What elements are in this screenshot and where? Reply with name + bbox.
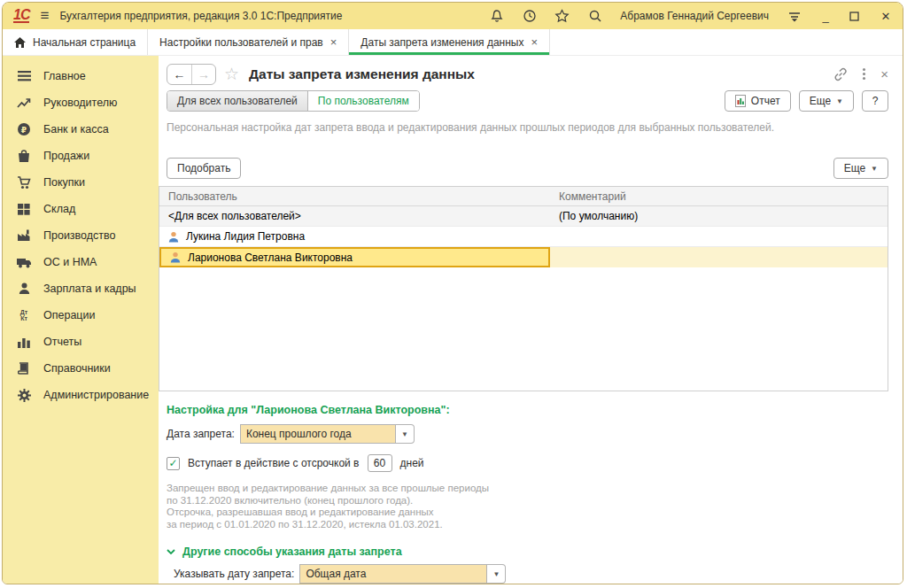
sidebar-item-payroll-hr[interactable]: Зарплата и кадры bbox=[3, 275, 159, 302]
debit-credit-icon: ДтКт bbox=[16, 308, 32, 322]
column-header-comment[interactable]: Комментарий bbox=[550, 187, 888, 205]
close-window-button[interactable]: ✕ bbox=[880, 10, 892, 23]
book-icon bbox=[16, 361, 32, 375]
sidebar-item-reports[interactable]: Отчеты bbox=[3, 329, 159, 355]
table-row-all-users[interactable]: <Для всех пользователей> (По умолчанию) bbox=[159, 206, 888, 227]
other-methods-label: Другие способы указания даты запрета bbox=[182, 545, 402, 558]
table-header-row: Пользователь Комментарий bbox=[159, 187, 888, 206]
sidebar-item-bank-cash[interactable]: ₽ Банк и касса bbox=[3, 116, 159, 143]
date-restriction-combobox[interactable]: Конец прошлого года ▼ bbox=[240, 424, 415, 444]
sidebar-item-label: Зарплата и кадры bbox=[43, 282, 136, 295]
sidebar-item-label: Банк и касса bbox=[43, 123, 109, 135]
svg-text:₽: ₽ bbox=[21, 126, 27, 135]
user-avatar-icon bbox=[170, 251, 181, 263]
other-methods-section-toggle[interactable]: Другие способы указания даты запрета bbox=[167, 545, 888, 558]
sidebar-item-administration[interactable]: Администрирование bbox=[3, 382, 159, 408]
tab-label: Начальная страница bbox=[33, 36, 136, 49]
sidebar-item-label: ОС и НМА bbox=[43, 256, 97, 268]
table-row-larionova-selected[interactable]: Ларионова Светлана Викторовна bbox=[159, 247, 888, 267]
sidebar-item-warehouse[interactable]: Склад bbox=[3, 196, 159, 222]
sidebar-item-sales[interactable]: Продажи bbox=[3, 143, 159, 169]
sidebar-item-manager[interactable]: Руководителю bbox=[3, 89, 159, 116]
trend-chart-icon bbox=[16, 96, 32, 110]
specify-date-combobox[interactable]: Общая дата ▼ bbox=[299, 564, 506, 584]
search-icon[interactable] bbox=[587, 9, 602, 24]
dropdown-button[interactable]: ▼ bbox=[487, 564, 506, 584]
delay-days-input[interactable] bbox=[368, 454, 392, 472]
date-restriction-value[interactable]: Конец прошлого года bbox=[240, 424, 396, 444]
report-button[interactable]: Отчет bbox=[725, 90, 791, 112]
notifications-bell-icon[interactable] bbox=[489, 9, 504, 24]
favorites-star-icon[interactable] bbox=[554, 9, 570, 24]
sidebar-item-label: Администрирование bbox=[43, 389, 149, 401]
table-more-label: Еще bbox=[844, 162, 865, 174]
settings-heading: Настройка для "Ларионова Светлана Виктор… bbox=[167, 404, 888, 416]
add-to-favorites-star-icon[interactable]: ☆ bbox=[224, 66, 239, 82]
sidebar-item-label: Главное bbox=[43, 70, 86, 82]
app-title: Бухгалтерия предприятия, редакция 3.0 1С… bbox=[59, 10, 342, 22]
date-restriction-label: Дата запрета: bbox=[167, 428, 235, 440]
table-row-lukina[interactable]: Лукина Лидия Петровна bbox=[159, 227, 888, 247]
sidebar-item-label: Справочники bbox=[43, 362, 111, 375]
history-icon[interactable] bbox=[522, 9, 537, 24]
report-button-label: Отчет bbox=[751, 95, 780, 107]
user-avatar-icon bbox=[168, 231, 179, 243]
tab-restriction-dates[interactable]: Даты запрета изменения данных × bbox=[349, 29, 550, 55]
main-content: ← → ☆ Даты запрета изменения данных × bbox=[159, 56, 903, 584]
close-tab-icon[interactable]: × bbox=[531, 35, 538, 49]
forward-button[interactable]: → bbox=[191, 65, 215, 84]
specify-date-value[interactable]: Общая дата bbox=[299, 564, 487, 584]
sidebar-item-main[interactable]: Главное bbox=[3, 63, 159, 89]
truck-icon bbox=[16, 255, 32, 269]
list-icon bbox=[16, 69, 32, 83]
more-button-label: Еще bbox=[810, 95, 831, 107]
get-link-icon[interactable] bbox=[833, 67, 848, 81]
specify-date-label: Указывать дату запрета: bbox=[174, 568, 294, 580]
sidebar-item-operations[interactable]: ДтКт Операции bbox=[3, 302, 159, 329]
table-more-button[interactable]: Еще ▼ bbox=[833, 158, 888, 179]
back-button[interactable]: ← bbox=[167, 65, 191, 84]
sidebar-item-label: Покупки bbox=[43, 176, 85, 189]
chevron-down-icon bbox=[167, 549, 175, 554]
pick-users-button[interactable]: Подобрать bbox=[167, 158, 241, 179]
ruble-circle-icon: ₽ bbox=[16, 122, 32, 136]
tab-home[interactable]: Начальная страница bbox=[3, 29, 148, 55]
cell-user-text: Лукина Лидия Петровна bbox=[186, 230, 305, 243]
shopping-bag-icon bbox=[16, 149, 32, 163]
dropdown-button[interactable]: ▼ bbox=[396, 424, 415, 444]
tab-label: Даты запрета изменения данных bbox=[360, 36, 523, 49]
maximize-button[interactable] bbox=[849, 12, 862, 21]
delay-checkbox[interactable]: ✓ bbox=[167, 457, 180, 470]
tab-user-settings[interactable]: Настройки пользователей и прав × bbox=[148, 29, 349, 55]
sidebar-item-production[interactable]: Производство bbox=[3, 222, 159, 249]
caret-down-icon: ▼ bbox=[871, 165, 878, 173]
delay-suffix: дней bbox=[400, 457, 424, 469]
service-menu-icon[interactable] bbox=[787, 9, 802, 24]
sidebar-item-fixed-assets[interactable]: ОС и НМА bbox=[3, 249, 159, 275]
minimize-button[interactable]: _ bbox=[819, 10, 832, 23]
sidebar-item-directories[interactable]: Справочники bbox=[3, 355, 159, 382]
history-nav-group: ← → bbox=[167, 64, 216, 85]
help-button[interactable]: ? bbox=[862, 90, 888, 112]
sidebar-item-purchases[interactable]: Покупки bbox=[3, 169, 159, 196]
report-icon bbox=[735, 95, 746, 107]
grid-boxes-icon bbox=[16, 202, 32, 216]
bar-chart-icon bbox=[16, 335, 32, 349]
sidebar-nav: Главное Руководителю ₽ Банк и касса Прод… bbox=[3, 56, 159, 584]
toggle-by-users[interactable]: По пользователям bbox=[308, 91, 419, 111]
caret-down-icon: ▼ bbox=[836, 97, 843, 105]
more-options-dots-icon[interactable] bbox=[863, 68, 865, 80]
main-menu-icon[interactable]: ≡ bbox=[40, 7, 49, 25]
restriction-info-text: Запрещен ввод и редактирование данных за… bbox=[167, 483, 888, 530]
page-title: Даты запрета изменения данных bbox=[249, 66, 475, 82]
more-button[interactable]: Еще ▼ bbox=[799, 90, 854, 112]
sidebar-item-label: Отчеты bbox=[43, 336, 81, 348]
column-header-user[interactable]: Пользователь bbox=[159, 187, 550, 205]
1c-logo-icon: 1С bbox=[13, 9, 29, 23]
current-user-name[interactable]: Абрамов Геннадий Сергеевич bbox=[620, 10, 769, 22]
sidebar-item-label: Операции bbox=[43, 309, 95, 321]
close-form-icon[interactable]: × bbox=[880, 66, 888, 81]
toggle-all-users[interactable]: Для всех пользователей bbox=[167, 91, 308, 111]
close-tab-icon[interactable]: × bbox=[330, 35, 337, 49]
users-table: Пользователь Комментарий <Для всех польз… bbox=[159, 186, 888, 391]
